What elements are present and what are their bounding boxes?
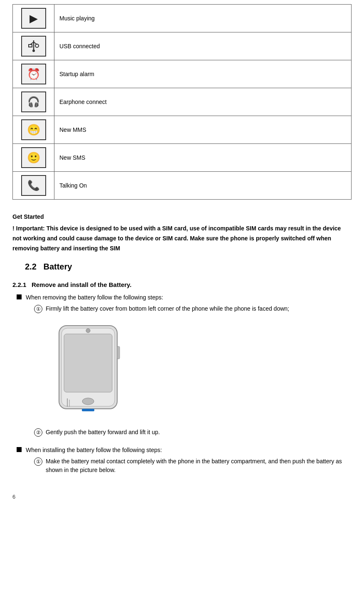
startup-alarm-icon xyxy=(21,64,46,84)
play-icon xyxy=(30,12,38,25)
talking-icon xyxy=(27,180,40,191)
section-22-title: Battery xyxy=(43,262,72,271)
earphone-icon xyxy=(27,96,40,108)
talking-label: Talking On xyxy=(54,172,352,200)
mms-label: New MMS xyxy=(54,116,352,144)
installing-steps: ① Make the battery metal contact complet… xyxy=(26,457,352,475)
sms-label: New SMS xyxy=(54,144,352,172)
mms-icon xyxy=(27,124,40,136)
table-row: New SMS xyxy=(13,144,352,172)
icons-table: Music playing USB connected xyxy=(12,4,352,200)
installing-step-1: ① Make the battery metal contact complet… xyxy=(34,457,352,475)
section-221-section: 2.2.1 Remove and install of the Battery.… xyxy=(12,280,352,477)
table-row: Music playing xyxy=(13,5,352,32)
get-started-section: Get Started ! Important: This device is … xyxy=(12,212,352,254)
circle-2-icon: ② xyxy=(34,428,42,437)
svg-rect-3 xyxy=(29,44,32,47)
talking-on-icon xyxy=(21,175,46,196)
mms-icon-cell xyxy=(13,116,54,144)
page-number: 6 xyxy=(12,494,352,500)
usb-connected-icon xyxy=(21,36,46,57)
get-started-title: Get Started xyxy=(12,212,352,221)
new-mms-icon xyxy=(21,119,46,140)
circle-i1-icon: ① xyxy=(34,457,42,466)
installing-intro: When installing the battery follow the f… xyxy=(26,447,162,453)
important-text: ! Important: This device is designed to … xyxy=(12,224,352,253)
sms-icon-cell xyxy=(13,144,54,172)
section-221-number: 2.2.1 xyxy=(12,281,26,288)
alarm-icon xyxy=(27,68,40,81)
new-sms-icon xyxy=(21,147,46,168)
music-label: Music playing xyxy=(54,5,352,32)
table-row: USB connected xyxy=(13,32,352,60)
table-row: New MMS xyxy=(13,116,352,144)
section-221-title: Remove and install of the Battery. xyxy=(32,281,132,288)
svg-point-10 xyxy=(86,329,90,333)
usb-svg xyxy=(26,39,41,54)
svg-rect-11 xyxy=(117,346,120,359)
removing-step2-text: Gently push the battery forward and lift… xyxy=(46,428,352,437)
circle-1-icon: ① xyxy=(34,305,42,313)
earphone-connect-icon xyxy=(21,91,46,112)
section-22-heading: 2.2 Battery xyxy=(25,262,352,272)
sms-icon xyxy=(27,151,40,164)
svg-rect-8 xyxy=(64,334,112,392)
bullet-square-icon-2 xyxy=(17,447,22,452)
earphone-icon-cell xyxy=(13,88,54,116)
section-22-number: 2.2 xyxy=(25,262,37,271)
svg-point-5 xyxy=(32,49,35,52)
table-row: Startup alarm xyxy=(13,60,352,88)
removing-intro: When removing the battery follow the fol… xyxy=(26,294,163,301)
phone-illustration xyxy=(47,321,352,420)
alarm-label: Startup alarm xyxy=(54,60,352,88)
music-icon-cell xyxy=(13,5,54,32)
removing-battery-item: When removing the battery follow the fol… xyxy=(17,293,352,439)
installing-step1-text: Make the battery metal contact completel… xyxy=(46,457,352,475)
removing-step1-text: Firmly lift the battery cover from botto… xyxy=(46,304,352,313)
battery-instructions-list: When removing the battery follow the fol… xyxy=(12,293,352,477)
removing-steps: ① Firmly lift the battery cover from bot… xyxy=(26,304,352,313)
alarm-icon-cell xyxy=(13,60,54,88)
svg-point-9 xyxy=(82,398,94,405)
music-playing-icon xyxy=(21,8,46,29)
removing-step2-list: ② Gently push the battery forward and li… xyxy=(26,428,352,437)
removing-battery-content: When removing the battery follow the fol… xyxy=(26,293,352,439)
usb-icon-cell xyxy=(13,32,54,60)
phone-svg xyxy=(47,321,134,417)
bullet-square-icon xyxy=(17,294,22,299)
svg-point-4 xyxy=(35,44,39,47)
svg-rect-12 xyxy=(82,409,94,411)
installing-battery-content: When installing the battery follow the f… xyxy=(26,446,352,477)
section-221-heading: 2.2.1 Remove and install of the Battery. xyxy=(12,280,352,290)
table-row: Talking On xyxy=(13,172,352,200)
removing-step-2: ② Gently push the battery forward and li… xyxy=(34,428,352,437)
removing-step-1: ① Firmly lift the battery cover from bot… xyxy=(34,304,352,313)
usb-label: USB connected xyxy=(54,32,352,60)
talking-icon-cell xyxy=(13,172,54,200)
earphone-label: Earphone connect xyxy=(54,88,352,116)
table-row: Earphone connect xyxy=(13,88,352,116)
installing-battery-item: When installing the battery follow the f… xyxy=(17,446,352,477)
